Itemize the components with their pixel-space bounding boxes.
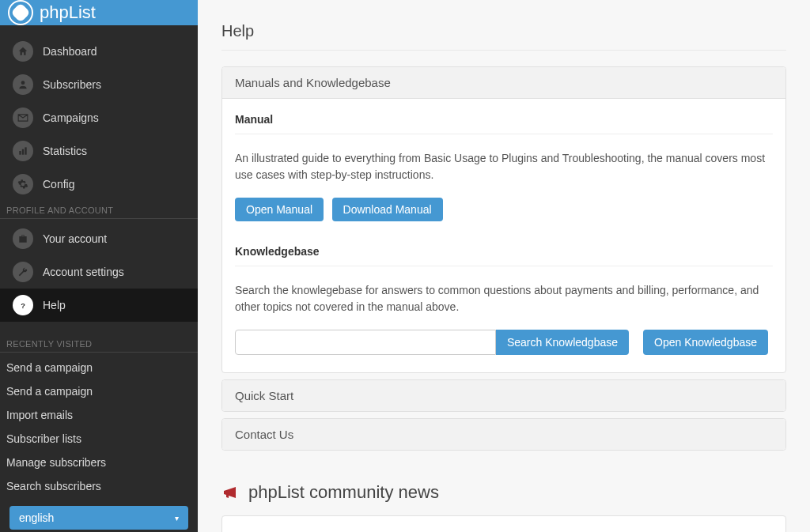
main-content: Help Manuals and Knowledgebase Manual An…: [198, 0, 810, 532]
home-icon: [13, 41, 33, 62]
news-card: Tue, 14 Feb 2017 phpList 3.3.1 released:…: [221, 515, 786, 532]
panel-manuals-kb: Manuals and Knowledgebase Manual An illu…: [221, 66, 786, 373]
svg-rect-2: [22, 149, 24, 155]
brand-text: phpList: [40, 2, 96, 23]
bars-icon: [13, 141, 33, 161]
search-kb-button[interactable]: Search Knowledgbase: [496, 330, 629, 355]
recent-item[interactable]: Send a campaign: [0, 356, 198, 379]
nav-campaigns[interactable]: Campaigns: [0, 101, 198, 134]
recent-item[interactable]: Manage subscribers: [0, 451, 198, 474]
recent-item[interactable]: Import emails: [0, 403, 198, 427]
nav-label: Config: [43, 178, 74, 191]
svg-text:?: ?: [21, 302, 25, 310]
kb-description: Search the knowlegebase for answers to c…: [235, 282, 773, 315]
brand-logo-icon: [8, 0, 33, 25]
section-header-profile: PROFILE AND ACCOUNT: [0, 201, 198, 219]
panel-header-contact[interactable]: Contact Us: [222, 419, 785, 450]
kb-search-group: Search Knowledgbase: [235, 330, 629, 355]
sidebar: phpList Dashboard Subscribers Campaigns …: [0, 0, 198, 532]
nav-label: Account settings: [43, 266, 124, 278]
nav-help[interactable]: ? Help: [0, 289, 198, 322]
news-heading-text: phpList community news: [248, 482, 439, 503]
nav-main: Dashboard Subscribers Campaigns Statisti…: [0, 25, 198, 201]
open-kb-button[interactable]: Open Knowledgbase: [643, 330, 768, 355]
nav-account-settings[interactable]: Account settings: [0, 255, 198, 289]
news-heading: phpList community news: [221, 482, 786, 503]
nav-label: Your account: [43, 232, 107, 245]
svg-point-0: [21, 81, 25, 85]
language-value: english: [19, 511, 54, 524]
recent-item[interactable]: Search subscribers: [0, 474, 198, 498]
nav-statistics[interactable]: Statistics: [0, 134, 198, 168]
download-manual-button[interactable]: Download Manual: [332, 198, 443, 221]
nav-label: Statistics: [43, 145, 87, 157]
kb-search-input[interactable]: [235, 330, 496, 355]
panel-header-quickstart[interactable]: Quick Start: [222, 380, 785, 411]
recent-item[interactable]: Send a campaign: [0, 379, 198, 403]
briefcase-icon: [13, 228, 33, 249]
panel-header-manuals[interactable]: Manuals and Knowledgebase: [222, 67, 785, 99]
language-select[interactable]: english: [9, 506, 188, 530]
nav-label: Help: [43, 299, 66, 311]
nav-subscribers[interactable]: Subscribers: [0, 68, 198, 101]
open-manual-button[interactable]: Open Manual: [235, 198, 324, 221]
panel-body-manuals: Manual An illustrated guide to everythin…: [222, 99, 785, 372]
nav-dashboard[interactable]: Dashboard: [0, 35, 198, 68]
svg-rect-1: [19, 151, 21, 155]
gear-icon: [13, 174, 33, 194]
kb-heading: Knowledgebase: [235, 245, 773, 266]
bullhorn-icon: [221, 483, 240, 502]
manual-description: An illustrated guide to everything from …: [235, 150, 773, 183]
nav-profile: Your account Account settings ? Help: [0, 222, 198, 322]
nav-label: Campaigns: [43, 111, 99, 124]
envelope-icon: [13, 108, 33, 128]
recent-item[interactable]: Subscriber lists: [0, 427, 198, 451]
kb-search-row: Search Knowledgbase Open Knowledgbase: [235, 330, 773, 355]
user-icon: [13, 74, 33, 95]
brand-header[interactable]: phpList: [0, 0, 198, 25]
panel-contact-us: Contact Us: [221, 418, 786, 451]
nav-recent: Send a campaign Send a campaign Import e…: [0, 356, 198, 498]
sidebar-bottom: english Logout: [0, 498, 198, 532]
panel-quick-start: Quick Start: [221, 379, 786, 412]
section-header-recent: RECENTLY VISITED: [0, 334, 198, 353]
question-icon: ?: [13, 295, 33, 315]
page-title: Help: [221, 22, 786, 51]
svg-rect-3: [25, 147, 26, 154]
manual-heading: Manual: [235, 113, 773, 134]
nav-your-account[interactable]: Your account: [0, 222, 198, 255]
nav-config[interactable]: Config: [0, 168, 198, 201]
nav-label: Subscribers: [43, 78, 101, 91]
wrench-icon: [13, 262, 33, 282]
nav-label: Dashboard: [43, 45, 97, 58]
